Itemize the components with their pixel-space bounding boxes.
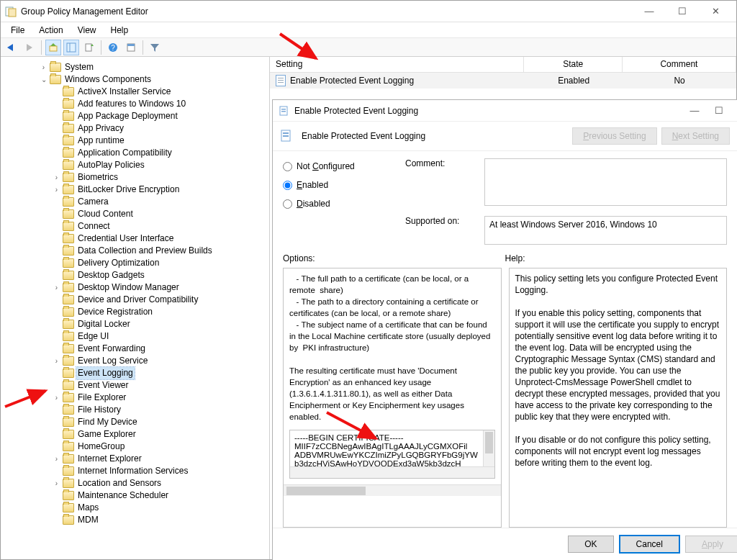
close-button[interactable]: ✕ xyxy=(699,1,732,22)
tree-item[interactable]: Device Registration xyxy=(51,306,268,318)
expand-icon[interactable]: › xyxy=(53,355,60,367)
menu-action[interactable]: Action xyxy=(32,24,70,37)
dialog-header-icon xyxy=(280,129,294,143)
tree-item[interactable]: Desktop Gadgets xyxy=(51,269,268,281)
comment-input[interactable] xyxy=(484,158,727,206)
tree-item[interactable]: ⌄Windows Components xyxy=(38,73,268,86)
tree-pane[interactable]: ›System⌄Windows ComponentsActiveX Instal… xyxy=(1,57,270,559)
apply-button[interactable]: Apply xyxy=(685,536,737,553)
folder-icon xyxy=(63,112,74,121)
tree-item[interactable]: AutoPlay Policies xyxy=(51,159,268,171)
certificate-input[interactable]: -----BEGIN CERTIFICATE-----MIIF7zCCBNegA… xyxy=(289,430,495,479)
tree-item[interactable]: Event Logging xyxy=(51,367,268,379)
show-hide-tree-button[interactable] xyxy=(63,40,79,55)
tree-item[interactable]: App Privacy xyxy=(51,122,268,135)
tree-item[interactable]: Edge UI xyxy=(51,330,268,343)
grid-header: Setting State Comment xyxy=(270,57,736,73)
options-box[interactable]: - The full path to a certificate (can be… xyxy=(283,268,502,528)
tree-item[interactable]: App Package Deployment xyxy=(51,110,268,122)
expand-icon[interactable]: › xyxy=(53,453,60,465)
tree-item[interactable]: ›File Explorer xyxy=(51,392,268,404)
menu-file[interactable]: File xyxy=(4,24,32,37)
tree-item[interactable]: Find My Device xyxy=(51,416,268,428)
tree-item[interactable]: Camera xyxy=(51,196,268,208)
menu-view[interactable]: View xyxy=(71,24,104,37)
tree-item-label: Device and Driver Compatibility xyxy=(76,294,199,306)
expand-icon[interactable]: › xyxy=(53,392,60,404)
tree-item[interactable]: Credential User Interface xyxy=(51,232,268,245)
folder-icon xyxy=(63,479,74,488)
tree-item[interactable]: Connect xyxy=(51,220,268,232)
tree-item[interactable]: ›Desktop Window Manager xyxy=(51,281,268,294)
tree-item[interactable]: File History xyxy=(51,404,268,416)
dialog-minimize-button[interactable]: — xyxy=(682,101,707,120)
tree-item[interactable]: Application Compatibility xyxy=(51,147,268,159)
dialog-maximize-button[interactable]: ☐ xyxy=(707,101,731,120)
expand-icon[interactable]: › xyxy=(53,184,60,196)
toolbar: ? xyxy=(1,38,736,57)
tree-item-label: Add features to Windows 10 xyxy=(76,98,187,110)
scrollbar-horizontal[interactable] xyxy=(284,484,501,496)
forward-button[interactable] xyxy=(22,40,37,55)
tree-item[interactable]: Maps xyxy=(51,502,268,514)
properties-button[interactable] xyxy=(123,40,139,55)
col-comment[interactable]: Comment xyxy=(623,57,736,72)
col-state[interactable]: State xyxy=(524,57,622,72)
dialog-header: Enable Protected Event Logging xyxy=(302,131,425,141)
tree-item[interactable]: ›Biometrics xyxy=(51,171,268,184)
minimize-button[interactable]: — xyxy=(633,1,666,22)
tree-item[interactable]: Delivery Optimization xyxy=(51,257,268,269)
tree-item[interactable]: Device and Driver Compatibility xyxy=(51,294,268,306)
tree-item[interactable]: Internet Information Services xyxy=(51,465,268,477)
tree-item[interactable]: Game Explorer xyxy=(51,428,268,441)
back-button[interactable] xyxy=(4,40,19,55)
tree-item-label: ActiveX Installer Service xyxy=(76,86,172,98)
tree-item[interactable]: Event Viewer xyxy=(51,379,268,392)
expand-icon[interactable]: › xyxy=(53,171,60,184)
scrollbar-horizontal[interactable] xyxy=(290,466,494,478)
tree-item[interactable]: Maintenance Scheduler xyxy=(51,489,268,502)
export-button[interactable] xyxy=(81,40,97,55)
tree-item[interactable]: Data Collection and Preview Builds xyxy=(51,245,268,257)
tree-item-label: Event Viewer xyxy=(76,379,130,392)
menu-help[interactable]: Help xyxy=(104,24,136,37)
scrollbar-vertical[interactable] xyxy=(483,430,494,466)
tree-item[interactable]: MDM xyxy=(51,514,268,526)
tree-item-label: Credential User Interface xyxy=(76,232,175,245)
tree-item[interactable]: App runtime xyxy=(51,135,268,147)
expand-icon[interactable]: › xyxy=(53,477,60,489)
grid-row[interactable]: Enable Protected Event Logging Enabled N… xyxy=(270,73,736,89)
tree-item[interactable]: Digital Locker xyxy=(51,318,268,330)
tree-item[interactable]: ActiveX Installer Service xyxy=(51,86,268,98)
radio-enabled[interactable]: Enabled xyxy=(283,180,391,190)
filter-button[interactable] xyxy=(147,40,163,55)
collapse-icon[interactable]: ⌄ xyxy=(40,73,48,86)
ok-button[interactable]: OK xyxy=(568,536,613,553)
tree-item[interactable]: ›Internet Explorer xyxy=(51,453,268,465)
tree-item[interactable]: ›System xyxy=(38,61,268,73)
tree-item[interactable]: Cloud Content xyxy=(51,208,268,220)
tree-item[interactable]: ›BitLocker Drive Encryption xyxy=(51,184,268,196)
cancel-button[interactable]: Cancel xyxy=(620,536,679,553)
titlebar: Group Policy Management Editor — ☐ ✕ xyxy=(1,1,736,22)
tree-item[interactable]: Add features to Windows 10 xyxy=(51,98,268,110)
setting-icon xyxy=(276,75,286,86)
previous-setting-button[interactable]: Previous Setting xyxy=(572,127,656,145)
tree-item[interactable]: Event Forwarding xyxy=(51,343,268,355)
tree-item[interactable]: ›Location and Sensors xyxy=(51,477,268,489)
expand-icon[interactable]: › xyxy=(53,281,60,294)
col-setting[interactable]: Setting xyxy=(270,57,524,72)
folder-icon xyxy=(63,332,74,341)
next-setting-button[interactable]: Next Setting xyxy=(661,127,730,145)
help-box[interactable]: This policy setting lets you configure P… xyxy=(509,268,728,528)
next-label: ext Setting xyxy=(678,131,719,141)
tree-item[interactable]: HomeGroup xyxy=(51,441,268,453)
radio-disabled[interactable]: Disabled xyxy=(283,199,391,209)
up-button[interactable] xyxy=(45,40,61,55)
maximize-button[interactable]: ☐ xyxy=(666,1,699,22)
expand-icon[interactable]: › xyxy=(40,61,48,73)
options-label: Options: xyxy=(283,253,505,263)
radio-not-configured[interactable]: Not Configured xyxy=(283,161,391,171)
help-button[interactable]: ? xyxy=(105,40,121,55)
tree-item[interactable]: ›Event Log Service xyxy=(51,355,268,367)
